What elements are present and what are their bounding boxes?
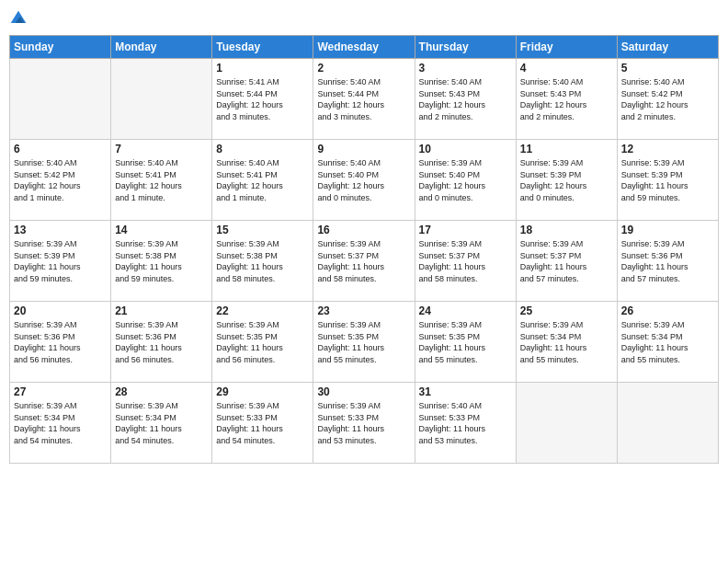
calendar-cell: 17Sunrise: 5:39 AM Sunset: 5:37 PM Dayli… — [415, 221, 516, 302]
calendar-cell: 5Sunrise: 5:40 AM Sunset: 5:42 PM Daylig… — [617, 59, 718, 140]
day-number: 2 — [317, 62, 410, 75]
day-info: Sunrise: 5:40 AM Sunset: 5:41 PM Dayligh… — [115, 157, 208, 203]
day-info: Sunrise: 5:40 AM Sunset: 5:42 PM Dayligh… — [621, 76, 714, 122]
calendar-cell: 12Sunrise: 5:39 AM Sunset: 5:39 PM Dayli… — [617, 140, 718, 221]
day-info: Sunrise: 5:41 AM Sunset: 5:44 PM Dayligh… — [216, 76, 309, 122]
day-number: 17 — [419, 224, 512, 236]
calendar-cell: 2Sunrise: 5:40 AM Sunset: 5:44 PM Daylig… — [313, 59, 415, 140]
day-number: 31 — [419, 385, 512, 398]
weekday-header-sunday: Sunday — [10, 36, 111, 59]
day-info: Sunrise: 5:39 AM Sunset: 5:36 PM Dayligh… — [115, 319, 208, 365]
weekday-header-wednesday: Wednesday — [313, 36, 415, 59]
day-info: Sunrise: 5:40 AM Sunset: 5:40 PM Dayligh… — [317, 157, 410, 203]
calendar-cell: 6Sunrise: 5:40 AM Sunset: 5:42 PM Daylig… — [10, 140, 111, 221]
calendar-cell: 3Sunrise: 5:40 AM Sunset: 5:43 PM Daylig… — [415, 59, 516, 140]
day-number: 4 — [520, 62, 613, 75]
calendar-cell: 29Sunrise: 5:39 AM Sunset: 5:33 PM Dayli… — [212, 383, 313, 464]
day-info: Sunrise: 5:39 AM Sunset: 5:35 PM Dayligh… — [419, 319, 512, 365]
day-number: 28 — [115, 385, 208, 398]
day-number: 21 — [115, 304, 208, 317]
day-number: 1 — [216, 62, 309, 75]
day-number: 7 — [115, 143, 208, 155]
calendar-cell: 11Sunrise: 5:39 AM Sunset: 5:39 PM Dayli… — [516, 140, 617, 221]
day-info: Sunrise: 5:40 AM Sunset: 5:33 PM Dayligh… — [419, 400, 512, 446]
weekday-header-monday: Monday — [111, 36, 212, 59]
calendar-cell: 22Sunrise: 5:39 AM Sunset: 5:35 PM Dayli… — [212, 302, 313, 383]
week-row-4: 20Sunrise: 5:39 AM Sunset: 5:36 PM Dayli… — [10, 302, 719, 383]
day-info: Sunrise: 5:39 AM Sunset: 5:34 PM Dayligh… — [14, 400, 107, 446]
week-row-3: 13Sunrise: 5:39 AM Sunset: 5:39 PM Dayli… — [10, 221, 719, 302]
logo — [9, 9, 31, 28]
weekday-header-row: SundayMondayTuesdayWednesdayThursdayFrid… — [10, 36, 719, 59]
day-info: Sunrise: 5:39 AM Sunset: 5:34 PM Dayligh… — [621, 319, 714, 365]
week-row-5: 27Sunrise: 5:39 AM Sunset: 5:34 PM Dayli… — [10, 383, 719, 464]
day-number: 6 — [14, 143, 107, 155]
calendar-cell: 19Sunrise: 5:39 AM Sunset: 5:36 PM Dayli… — [617, 221, 718, 302]
calendar-cell: 28Sunrise: 5:39 AM Sunset: 5:34 PM Dayli… — [111, 383, 212, 464]
weekday-header-thursday: Thursday — [415, 36, 516, 59]
day-info: Sunrise: 5:40 AM Sunset: 5:43 PM Dayligh… — [419, 76, 512, 122]
day-number: 9 — [317, 143, 410, 155]
calendar-cell: 7Sunrise: 5:40 AM Sunset: 5:41 PM Daylig… — [111, 140, 212, 221]
day-info: Sunrise: 5:39 AM Sunset: 5:34 PM Dayligh… — [520, 319, 613, 365]
day-info: Sunrise: 5:39 AM Sunset: 5:37 PM Dayligh… — [419, 238, 512, 284]
day-info: Sunrise: 5:39 AM Sunset: 5:36 PM Dayligh… — [621, 238, 714, 284]
day-number: 14 — [115, 224, 208, 236]
calendar-cell: 25Sunrise: 5:39 AM Sunset: 5:34 PM Dayli… — [516, 302, 617, 383]
day-info: Sunrise: 5:40 AM Sunset: 5:43 PM Dayligh… — [520, 76, 613, 122]
day-info: Sunrise: 5:40 AM Sunset: 5:44 PM Dayligh… — [317, 76, 410, 122]
day-number: 26 — [621, 304, 714, 317]
calendar-cell: 18Sunrise: 5:39 AM Sunset: 5:37 PM Dayli… — [516, 221, 617, 302]
day-number: 27 — [14, 385, 107, 398]
day-number: 10 — [419, 143, 512, 155]
day-number: 24 — [419, 304, 512, 317]
day-number: 13 — [14, 224, 107, 236]
day-info: Sunrise: 5:39 AM Sunset: 5:35 PM Dayligh… — [216, 319, 309, 365]
day-info: Sunrise: 5:39 AM Sunset: 5:39 PM Dayligh… — [621, 157, 714, 203]
calendar-cell — [617, 383, 718, 464]
calendar-cell: 14Sunrise: 5:39 AM Sunset: 5:38 PM Dayli… — [111, 221, 212, 302]
day-info: Sunrise: 5:39 AM Sunset: 5:38 PM Dayligh… — [216, 238, 309, 284]
calendar-cell: 30Sunrise: 5:39 AM Sunset: 5:33 PM Dayli… — [313, 383, 415, 464]
weekday-header-saturday: Saturday — [617, 36, 718, 59]
calendar-cell: 23Sunrise: 5:39 AM Sunset: 5:35 PM Dayli… — [313, 302, 415, 383]
calendar-cell: 16Sunrise: 5:39 AM Sunset: 5:37 PM Dayli… — [313, 221, 415, 302]
calendar-cell: 15Sunrise: 5:39 AM Sunset: 5:38 PM Dayli… — [212, 221, 313, 302]
calendar-cell: 1Sunrise: 5:41 AM Sunset: 5:44 PM Daylig… — [212, 59, 313, 140]
day-info: Sunrise: 5:39 AM Sunset: 5:33 PM Dayligh… — [317, 400, 410, 446]
calendar-cell — [111, 59, 212, 140]
day-info: Sunrise: 5:39 AM Sunset: 5:37 PM Dayligh… — [520, 238, 613, 284]
page: SundayMondayTuesdayWednesdayThursdayFrid… — [0, 0, 728, 563]
day-number: 16 — [317, 224, 410, 236]
week-row-2: 6Sunrise: 5:40 AM Sunset: 5:42 PM Daylig… — [10, 140, 719, 221]
day-number: 19 — [621, 224, 714, 236]
logo-icon — [9, 9, 28, 28]
calendar-cell: 21Sunrise: 5:39 AM Sunset: 5:36 PM Dayli… — [111, 302, 212, 383]
day-info: Sunrise: 5:40 AM Sunset: 5:41 PM Dayligh… — [216, 157, 309, 203]
weekday-header-friday: Friday — [516, 36, 617, 59]
weekday-header-tuesday: Tuesday — [212, 36, 313, 59]
day-info: Sunrise: 5:39 AM Sunset: 5:33 PM Dayligh… — [216, 400, 309, 446]
day-number: 5 — [621, 62, 714, 75]
day-number: 25 — [520, 304, 613, 317]
calendar-cell: 9Sunrise: 5:40 AM Sunset: 5:40 PM Daylig… — [313, 140, 415, 221]
day-info: Sunrise: 5:39 AM Sunset: 5:37 PM Dayligh… — [317, 238, 410, 284]
day-info: Sunrise: 5:40 AM Sunset: 5:42 PM Dayligh… — [14, 157, 107, 203]
calendar-cell: 20Sunrise: 5:39 AM Sunset: 5:36 PM Dayli… — [10, 302, 111, 383]
day-number: 18 — [520, 224, 613, 236]
header — [9, 9, 719, 28]
day-info: Sunrise: 5:39 AM Sunset: 5:35 PM Dayligh… — [317, 319, 410, 365]
day-number: 3 — [419, 62, 512, 75]
calendar-cell: 24Sunrise: 5:39 AM Sunset: 5:35 PM Dayli… — [415, 302, 516, 383]
day-number: 23 — [317, 304, 410, 317]
day-number: 8 — [216, 143, 309, 155]
calendar-cell: 8Sunrise: 5:40 AM Sunset: 5:41 PM Daylig… — [212, 140, 313, 221]
day-info: Sunrise: 5:39 AM Sunset: 5:36 PM Dayligh… — [14, 319, 107, 365]
calendar-cell — [516, 383, 617, 464]
calendar: SundayMondayTuesdayWednesdayThursdayFrid… — [9, 35, 719, 464]
day-info: Sunrise: 5:39 AM Sunset: 5:39 PM Dayligh… — [520, 157, 613, 203]
day-number: 11 — [520, 143, 613, 155]
calendar-cell: 26Sunrise: 5:39 AM Sunset: 5:34 PM Dayli… — [617, 302, 718, 383]
calendar-cell: 27Sunrise: 5:39 AM Sunset: 5:34 PM Dayli… — [10, 383, 111, 464]
day-number: 20 — [14, 304, 107, 317]
